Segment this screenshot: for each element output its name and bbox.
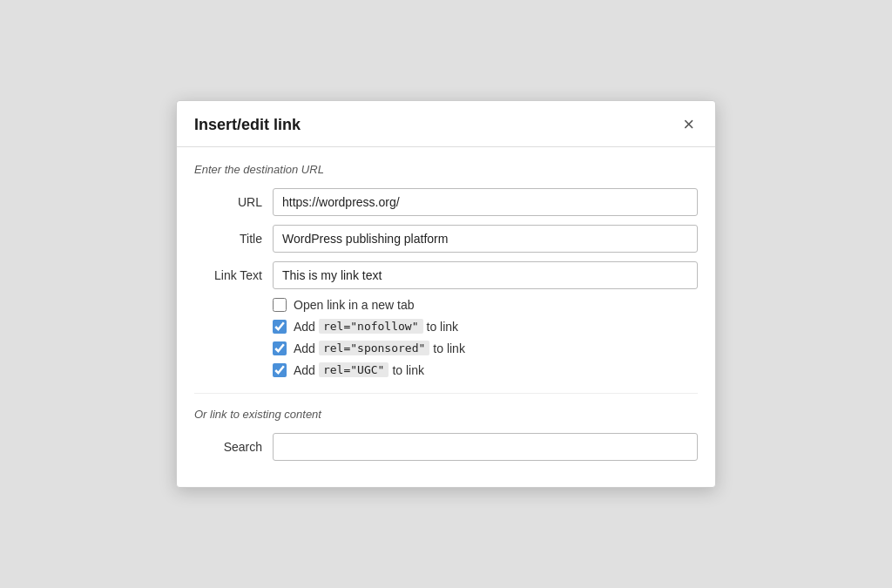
checkboxes-section: Open link in a new tab Add rel="nofollow… — [273, 298, 698, 377]
search-row: Search — [194, 433, 698, 461]
dialog-header: Insert/edit link × — [177, 101, 715, 147]
sponsored-label[interactable]: Add rel="sponsored" to link — [294, 341, 465, 355]
title-row: Title — [194, 225, 698, 253]
close-button[interactable]: × — [679, 115, 698, 134]
dialog-body: Enter the destination URL URL Title Link… — [177, 147, 715, 487]
ugc-label[interactable]: Add rel="UGC" to link — [294, 362, 424, 377]
nofollow-label[interactable]: Add rel="nofollow" to link — [294, 319, 458, 334]
nofollow-code: rel="nofollow" — [319, 319, 423, 334]
link-text-label: Link Text — [194, 268, 273, 282]
title-label: Title — [194, 232, 273, 246]
search-input[interactable] — [273, 433, 698, 461]
sponsored-checkbox[interactable] — [273, 341, 287, 355]
nofollow-checkbox[interactable] — [273, 320, 287, 334]
sponsored-code: rel="sponsored" — [319, 341, 429, 355]
link-text-input[interactable] — [273, 261, 698, 289]
ugc-checkbox[interactable] — [273, 363, 287, 377]
sponsored-checkbox-row: Add rel="sponsored" to link — [273, 341, 698, 355]
url-row: URL — [194, 188, 698, 216]
nofollow-checkbox-row: Add rel="nofollow" to link — [273, 319, 698, 334]
new-tab-checkbox[interactable] — [273, 298, 287, 312]
new-tab-label[interactable]: Open link in a new tab — [294, 298, 415, 312]
ugc-checkbox-row: Add rel="UGC" to link — [273, 362, 698, 377]
url-label: URL — [194, 195, 273, 209]
ugc-code: rel="UGC" — [319, 362, 389, 377]
link-text-row: Link Text — [194, 261, 698, 289]
title-input[interactable] — [273, 225, 698, 253]
dialog-title: Insert/edit link — [194, 116, 301, 134]
search-label: Search — [194, 440, 273, 454]
section1-label: Enter the destination URL — [194, 163, 698, 176]
insert-edit-link-dialog: Insert/edit link × Enter the destination… — [176, 100, 716, 488]
new-tab-checkbox-row: Open link in a new tab — [273, 298, 698, 312]
url-input[interactable] — [273, 188, 698, 216]
section2-label: Or link to existing content — [194, 393, 698, 421]
